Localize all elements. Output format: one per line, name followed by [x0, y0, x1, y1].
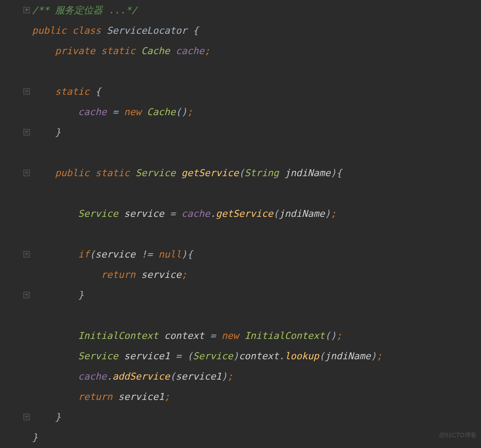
code-line[interactable]: return service1;	[32, 387, 382, 407]
code-line[interactable]: cache = new Cache();	[32, 102, 382, 122]
token-punc: {	[336, 168, 342, 178]
code-line[interactable]: cache.addService(service1);	[32, 366, 382, 387]
token-param: service1	[118, 391, 164, 402]
fold-expand-icon[interactable]	[23, 7, 30, 13]
token-white	[135, 249, 141, 260]
token-param: jndiName	[285, 168, 331, 178]
fold-collapse-icon[interactable]	[23, 170, 30, 176]
token-white	[32, 412, 55, 422]
code-line[interactable]: public static Service getService(String …	[32, 163, 382, 183]
token-param: service1	[124, 351, 170, 361]
token-const: null	[158, 249, 181, 260]
token-kw: static	[95, 168, 130, 178]
fold-collapse-icon[interactable]	[23, 88, 30, 95]
code-line[interactable]: private static Cache cache;	[32, 41, 382, 61]
token-punc: )	[221, 371, 227, 382]
code-area[interactable]: /** 服务定位器 ...*/public class ServiceLocat…	[30, 0, 382, 448]
token-punc: )	[181, 249, 187, 260]
code-line[interactable]: }	[32, 407, 382, 427]
fold-collapse-icon[interactable]	[23, 292, 30, 298]
token-semi: ;	[377, 351, 382, 361]
token-field: cache	[176, 45, 204, 56]
token-white	[95, 45, 101, 56]
token-semi: ;	[204, 45, 210, 56]
token-punc: }	[55, 412, 61, 422]
token-punc: =	[176, 351, 181, 361]
token-punc: {	[187, 249, 193, 260]
token-semi: ;	[187, 106, 193, 117]
code-line[interactable]: static {	[32, 81, 382, 102]
token-white	[89, 86, 95, 97]
token-punc: (	[319, 351, 325, 361]
token-white	[135, 45, 141, 56]
token-kw: public	[55, 168, 89, 178]
token-white	[118, 106, 124, 117]
fold-collapse-icon[interactable]	[23, 129, 30, 135]
code-line[interactable]: /** 服务定位器 ...*/	[32, 0, 382, 20]
token-white	[32, 371, 78, 382]
token-punc: }	[55, 127, 61, 138]
token-type: Cache	[141, 45, 170, 56]
code-editor[interactable]: /** 服务定位器 ...*/public class ServiceLocat…	[0, 0, 481, 448]
token-punc: ()	[325, 330, 337, 341]
token-semi: ;	[331, 208, 336, 219]
token-white	[118, 208, 124, 219]
token-semi: ;	[181, 269, 187, 280]
token-white	[32, 391, 78, 402]
code-line[interactable]	[32, 224, 382, 244]
token-type: Service	[78, 208, 118, 219]
token-kw: if	[78, 249, 90, 260]
token-punc: =	[112, 106, 118, 117]
code-line[interactable]: }	[32, 427, 382, 448]
token-type: Service	[78, 351, 118, 361]
token-white	[32, 351, 78, 361]
code-line[interactable]	[32, 61, 382, 81]
code-line[interactable]: public class ServiceLocator {	[32, 20, 382, 41]
fold-collapse-icon[interactable]	[23, 414, 30, 420]
token-type: String	[244, 168, 279, 178]
token-type: InitialContext	[78, 330, 158, 341]
fold-collapse-icon[interactable]	[23, 251, 30, 258]
token-punc: )	[371, 351, 377, 361]
token-field: cache	[181, 208, 210, 219]
token-type: InitialContext	[244, 330, 325, 341]
token-param: service1	[176, 371, 221, 382]
code-line[interactable]: if(service != null){	[32, 244, 382, 264]
code-line[interactable]: InitialContext context = new InitialCont…	[32, 326, 382, 346]
token-kw: class	[72, 25, 101, 36]
token-type: Service	[193, 351, 233, 361]
token-punc: (	[273, 208, 279, 219]
code-line[interactable]	[32, 305, 382, 326]
token-white	[170, 351, 176, 361]
code-line[interactable]	[32, 142, 382, 163]
token-white	[176, 208, 181, 219]
gutter	[0, 0, 30, 448]
token-param: context	[164, 330, 205, 341]
token-punc: )	[325, 208, 331, 219]
code-line[interactable]: }	[32, 285, 382, 305]
token-field: cache	[78, 106, 107, 117]
token-white	[176, 168, 181, 178]
code-line[interactable]: }	[32, 122, 382, 142]
token-semi: ;	[164, 391, 170, 402]
token-white	[141, 106, 147, 117]
token-white	[181, 351, 187, 361]
token-white	[66, 25, 72, 36]
code-line[interactable]	[32, 183, 382, 203]
token-white	[32, 330, 78, 341]
code-line[interactable]: Service service1 = (Service)context.look…	[32, 346, 382, 366]
token-semi: ;	[227, 371, 233, 382]
code-line[interactable]: Service service = cache.getService(jndiN…	[32, 203, 382, 224]
token-white	[130, 168, 135, 178]
token-punc: (	[89, 249, 95, 260]
code-line[interactable]: return service;	[32, 264, 382, 285]
token-kw: new	[124, 106, 141, 117]
token-ident: getService	[216, 208, 273, 219]
token-white	[32, 208, 78, 219]
token-ident: getService	[181, 168, 238, 178]
token-ident: lookup	[285, 351, 319, 361]
token-white	[32, 168, 55, 178]
token-kw: public	[32, 25, 66, 36]
token-type: Cache	[147, 106, 176, 117]
token-punc: {	[193, 25, 198, 36]
